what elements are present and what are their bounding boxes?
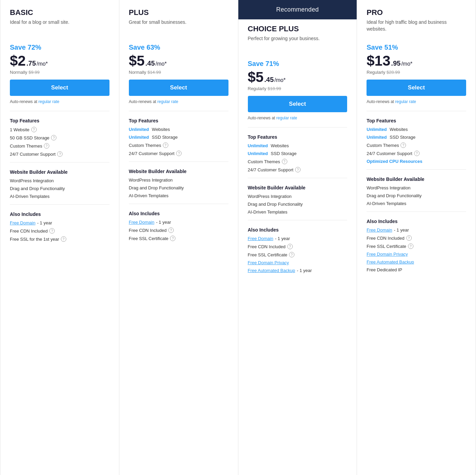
includes-info-icon-pro-1[interactable]: ?	[406, 235, 412, 241]
auto-renews-plus: Auto-renews at regular rate	[129, 99, 228, 104]
highlight-word-choice-plus-1: Unlimited	[248, 151, 268, 156]
includes-info-icon-plus-2[interactable]: ?	[170, 236, 175, 241]
regular-rate-link-pro[interactable]: regular rate	[395, 99, 416, 104]
plan-col-pro: PRO Ideal for high traffic blog and busi…	[357, 0, 476, 475]
save-label-choice-plus: Save 71%	[248, 60, 347, 68]
price-row-pro: $13 .95 /mo*	[367, 53, 466, 69]
includes-info-icon-basic-2[interactable]: ?	[61, 236, 66, 242]
builder-feature-basic-0: WordPress Integration	[10, 178, 109, 183]
includes-suffix-plus-0: - 1 year	[156, 220, 171, 225]
select-button-pro[interactable]: Select	[367, 80, 466, 96]
divider-mid-plus	[129, 162, 228, 162]
builder-feature-text-plus-2: AI-Driven Templates	[129, 193, 169, 198]
info-icon-pro-3[interactable]: ?	[414, 151, 420, 156]
info-icon-plus-2[interactable]: ?	[163, 142, 168, 148]
top-feature-plus-0: Unlimited Websites	[129, 127, 228, 132]
builder-feature-choice-plus-2: AI-Driven Templates	[248, 209, 347, 215]
includes-info-icon-choice-plus-1[interactable]: ?	[287, 244, 293, 249]
includes-link-choice-plus-3[interactable]: Free Domain Privacy	[248, 260, 289, 265]
includes-link-pro-0[interactable]: Free Domain	[367, 227, 392, 233]
top-feature-pro-4: Optimized CPU Resources	[367, 159, 466, 164]
divider-top-basic	[10, 111, 109, 111]
auto-renews-basic: Auto-renews at regular rate	[10, 99, 109, 104]
builder-feature-text-choice-plus-1: Drag and Drop Functionality	[248, 202, 303, 207]
builder-feature-text-plus-0: WordPress Integration	[129, 177, 173, 183]
builder-feature-text-basic-1: Drag and Drop Functionality	[10, 186, 65, 191]
includes-title-plus: Also Includes	[129, 211, 228, 216]
includes-link-basic-0[interactable]: Free Domain	[10, 220, 35, 225]
includes-title-choice-plus: Also Includes	[248, 227, 347, 233]
auto-renews-pro: Auto-renews at regular rate	[367, 99, 466, 104]
divider-bot-pro	[367, 211, 466, 212]
plan-tagline-basic: Ideal for a blog or small site.	[10, 19, 109, 37]
info-icon-basic-3[interactable]: ?	[57, 151, 63, 157]
info-icon-pro-2[interactable]: ?	[401, 142, 406, 148]
divider-bot-basic	[10, 204, 109, 205]
divider-bot-choice-plus	[248, 220, 347, 220]
includes-suffix-pro-0: - 1 year	[394, 227, 409, 233]
price-whole-pro: $13	[367, 53, 390, 69]
includes-text-plus-1: Free CDN Included	[129, 228, 167, 233]
price-per-basic: /mo*	[37, 61, 48, 67]
includes-info-icon-plus-1[interactable]: ?	[168, 227, 174, 233]
includes-info-icon-choice-plus-2[interactable]: ?	[289, 252, 294, 257]
select-button-choice-plus[interactable]: Select	[248, 96, 347, 112]
builder-feature-text-choice-plus-0: WordPress Integration	[248, 194, 292, 199]
top-feature-pro-3: 24/7 Customer Support?	[367, 151, 466, 156]
regular-rate-link-plus[interactable]: regular rate	[157, 99, 178, 104]
price-decimal-basic: .75	[27, 60, 36, 67]
builder-feature-plus-1: Drag and Drop Functionality	[129, 185, 228, 190]
price-per-pro: /mo*	[401, 61, 412, 67]
plan-name-plus: PLUS	[129, 8, 228, 17]
info-icon-basic-1[interactable]: ?	[51, 135, 56, 140]
pricing-table: BASIC Ideal for a blog or small site. Sa…	[0, 0, 476, 475]
builder-feature-choice-plus-0: WordPress Integration	[248, 194, 347, 199]
plan-name-basic: BASIC	[10, 8, 109, 17]
plan-col-plus: PLUS Great for small businesses. Save 63…	[119, 0, 238, 475]
top-features-title-choice-plus: Top Features	[248, 134, 347, 140]
feature-text-basic-2: Custom Themes	[10, 143, 42, 149]
builder-feature-text-basic-2: AI-Driven Templates	[10, 194, 50, 199]
includes-feature-plus-2: Free SSL Certificate?	[129, 236, 228, 241]
feature-text-plus-3: 24/7 Customer Support	[129, 151, 174, 156]
price-whole-plus: $5	[129, 53, 145, 69]
includes-link-choice-plus-0[interactable]: Free Domain	[248, 236, 273, 241]
includes-suffix-choice-plus-0: - 1 year	[275, 236, 290, 241]
includes-feature-pro-3: Free Domain Privacy	[367, 252, 466, 257]
save-label-plus: Save 63%	[129, 44, 228, 51]
optimized-label-pro: Optimized CPU Resources	[367, 159, 422, 164]
includes-link-pro-3[interactable]: Free Domain Privacy	[367, 252, 408, 257]
includes-text-plus-2: Free SSL Certificate	[129, 236, 169, 241]
info-icon-basic-0[interactable]: ?	[31, 127, 37, 132]
divider-bot-plus	[129, 204, 228, 204]
includes-text-basic-1: Free CDN Included	[10, 228, 48, 234]
includes-link-pro-4[interactable]: Free Automated Backup	[367, 259, 414, 265]
info-icon-choice-plus-3[interactable]: ?	[295, 167, 301, 172]
info-icon-choice-plus-2[interactable]: ?	[282, 159, 287, 164]
info-icon-basic-2[interactable]: ?	[44, 143, 49, 149]
builder-feature-pro-2: AI-Driven Templates	[367, 201, 466, 206]
includes-feature-basic-1: Free CDN Included?	[10, 228, 109, 234]
top-features-title-pro: Top Features	[367, 118, 466, 123]
top-feature-basic-1: 50 GB SSD Storage?	[10, 135, 109, 140]
includes-feature-plus-1: Free CDN Included?	[129, 227, 228, 233]
includes-info-icon-basic-1[interactable]: ?	[49, 228, 55, 234]
includes-info-icon-pro-2[interactable]: ?	[408, 243, 413, 249]
top-features-title-basic: Top Features	[10, 118, 109, 123]
includes-link-plus-0[interactable]: Free Domain	[129, 220, 154, 225]
highlight-word-plus-1: Unlimited	[129, 135, 149, 140]
includes-link-choice-plus-4[interactable]: Free Automated Backup	[248, 268, 295, 273]
regular-rate-link-choice-plus[interactable]: regular rate	[276, 116, 297, 120]
builder-feature-text-pro-1: Drag and Drop Functionality	[367, 193, 422, 198]
select-button-basic[interactable]: Select	[10, 80, 109, 96]
info-icon-plus-3[interactable]: ?	[176, 151, 182, 156]
regular-rate-link-basic[interactable]: regular rate	[38, 99, 59, 104]
builder-feature-text-pro-0: WordPress Integration	[367, 185, 410, 190]
select-button-plus[interactable]: Select	[129, 80, 228, 96]
top-feature-pro-0: Unlimited Websites	[367, 127, 466, 132]
includes-feature-pro-0: Free Domain - 1 year	[367, 227, 466, 233]
includes-text-choice-plus-1: Free CDN Included	[248, 244, 286, 249]
includes-suffix-choice-plus-4: - 1 year	[297, 268, 312, 273]
plan-col-basic: BASIC Ideal for a blog or small site. Sa…	[0, 0, 119, 475]
normal-price-choice-plus: Regularly $18.99	[248, 86, 347, 91]
